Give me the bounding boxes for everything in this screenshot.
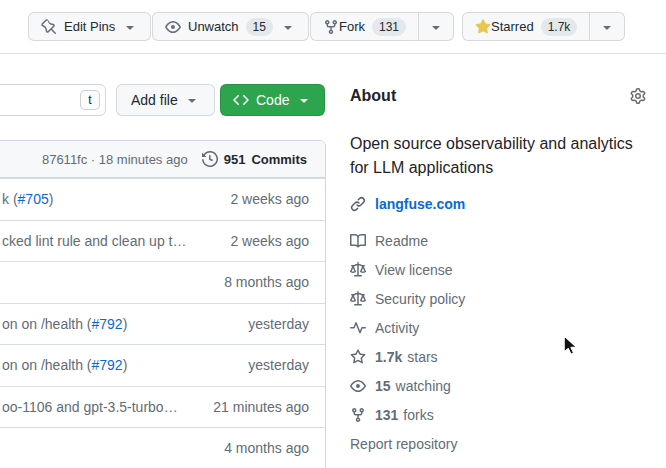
triangle-down-icon [296,92,312,108]
link-icon [350,196,366,212]
commits-count: 951 [224,152,246,167]
star-icon [350,349,366,365]
issue-link[interactable]: #792 [92,316,123,332]
repo-description: Open source observability and analytics … [350,132,646,180]
fork-button-group: Fork 131 [310,12,454,41]
file-row: cked lint rule and clean up t… 2 weeks a… [0,220,325,262]
file-row: on on /health (#792) yesterday [0,303,325,345]
commit-age: 4 months ago [212,440,309,456]
activity-link[interactable]: Activity [350,313,646,342]
fork-dropdown-button[interactable] [418,13,453,40]
forks-count-badge: 131 [372,18,406,36]
add-file-button[interactable]: Add file [116,84,215,116]
triangle-down-icon [599,19,615,35]
about-title: About [350,87,396,105]
file-row: oo-1106 and gpt-3.5-turbo… 21 minutes ag… [0,386,325,428]
header-divider [0,53,666,54]
eye-icon [350,378,366,394]
commit-age: yesterday [236,357,309,373]
watchers-count-badge: 15 [246,18,273,36]
commit-age: 2 weeks ago [218,233,309,249]
commit-message: k (#705) [2,191,53,207]
stars-link[interactable]: 1.7k stars [350,342,646,371]
law-icon [350,291,366,307]
commit-message: on on /health (#792) [2,316,127,332]
about-links-list: Readme View license Security policy Acti… [350,226,646,458]
star-dropdown-button[interactable] [589,13,624,40]
forks-link[interactable]: 131 forks [350,400,646,429]
triangle-down-icon [428,19,444,35]
commit-message: cked lint rule and clean up t… [2,233,186,249]
file-row: on on /health (#792) yesterday [0,344,325,386]
fork-label: Fork [339,19,365,34]
star-button-group: Starred 1.7k [462,12,625,41]
repo-forked-icon [323,19,339,35]
commit-message: on on /health (#792) [2,357,127,373]
commits-label: Commits [251,152,307,167]
code-icon [233,92,249,108]
commit-age: 21 minutes ago [201,399,309,415]
issue-link[interactable]: #792 [92,357,123,373]
website-link[interactable]: langfuse.com [375,196,465,212]
fork-button[interactable]: Fork 131 [311,13,418,40]
latest-commit-sha-time[interactable]: 87611fc · 18 minutes ago [42,152,188,167]
code-button[interactable]: Code [220,84,325,116]
website-link-row: langfuse.com [350,196,646,212]
report-repository-link[interactable]: Report repository [350,429,646,458]
unwatch-button[interactable]: Unwatch 15 [152,12,309,41]
starred-label: Starred [491,19,534,34]
stars-count-badge: 1.7k [541,18,578,36]
triangle-down-icon [280,19,296,35]
edit-pins-button[interactable]: Edit Pins [28,12,151,41]
repo-forked-icon [350,407,366,423]
commit-age: yesterday [236,316,309,332]
pin-icon [41,19,57,35]
edit-pins-label: Edit Pins [64,19,115,34]
about-header: About [350,84,646,108]
eye-icon [165,19,181,35]
commits-history-link[interactable]: 951 Commits [202,151,307,167]
file-list-panel: 87611fc · 18 minutes ago 951 Commits k (… [0,140,326,468]
view-license-link[interactable]: View license [350,255,646,284]
law-icon [350,262,366,278]
about-sidebar: About Open source observability and anal… [350,84,646,458]
triangle-down-icon [184,92,200,108]
book-icon [350,233,366,249]
pulse-icon [350,320,366,336]
go-to-file-wrap: t [0,84,106,116]
file-row: 8 months ago [0,261,325,303]
file-row: k (#705) 2 weeks ago [0,178,325,220]
gear-icon[interactable] [630,88,646,104]
history-icon [202,151,218,167]
issue-link[interactable]: #705 [18,191,49,207]
file-row: 4 months ago [0,427,325,468]
security-policy-link[interactable]: Security policy [350,284,646,313]
star-fill-icon [475,19,491,35]
go-to-file-shortcut-hint: t [80,90,100,110]
watching-link[interactable]: 15 watching [350,371,646,400]
readme-link[interactable]: Readme [350,226,646,255]
unwatch-label: Unwatch [188,19,239,34]
commit-age: 8 months ago [212,274,309,290]
triangle-down-icon [122,19,138,35]
commit-message: oo-1106 and gpt-3.5-turbo… [2,399,178,415]
code-label: Code [256,92,289,108]
latest-commit-bar: 87611fc · 18 minutes ago 951 Commits [0,141,325,178]
add-file-label: Add file [131,92,178,108]
commit-age: 2 weeks ago [218,191,309,207]
starred-button[interactable]: Starred 1.7k [463,13,589,40]
